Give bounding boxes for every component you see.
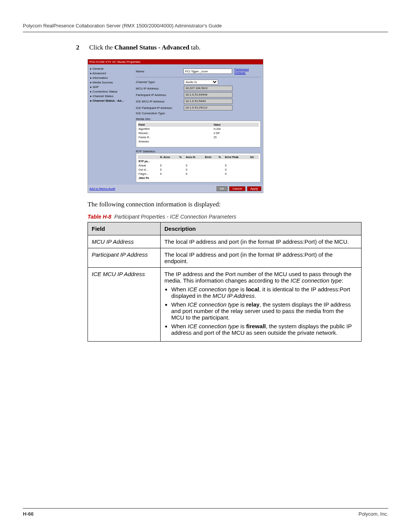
th: Field	[138, 123, 213, 127]
td: 4 SIF	[213, 131, 259, 135]
company: Polycom, Inc.	[358, 511, 388, 517]
t: is	[239, 323, 246, 329]
table-row: MCU IP Address The local IP address and …	[88, 235, 362, 248]
table-caption: Table H-8 Participant Properties - ICE C…	[88, 214, 388, 220]
th: Value	[213, 123, 259, 127]
th-field: Field	[88, 222, 161, 235]
list-item: When ICE connection type is firewall, th…	[171, 323, 357, 336]
memo-link[interactable]: Add to Memo Audit	[89, 187, 115, 190]
nav-label: General	[92, 67, 103, 70]
field-desc: The local IP address and port (in the fo…	[161, 235, 362, 248]
nav-item[interactable]: ▸ Connection Status	[90, 89, 132, 94]
list-item: When ICE connection type is local, it is…	[171, 286, 357, 299]
td: 0	[224, 168, 249, 172]
nav-label: SDP	[92, 85, 99, 89]
th: Error Peak	[224, 155, 249, 159]
td: Actual	[138, 163, 159, 168]
cancel-button[interactable]: Cancel	[229, 186, 245, 191]
apply-button[interactable]: Apply	[247, 186, 261, 191]
th: N. Accu	[159, 155, 178, 159]
td: 0	[185, 168, 204, 172]
td: Frame R...	[138, 135, 213, 139]
step-text: Click the Channel Status - Advanced tab.	[89, 44, 200, 51]
t: relay	[246, 301, 260, 308]
table-row: ICE MCU IP Address The IP address and th…	[88, 267, 362, 341]
nav-item[interactable]: ▸ SDP	[90, 85, 132, 89]
row-value: 10.1.0.51:5444	[184, 99, 233, 104]
media-title: Media Info:	[136, 117, 261, 121]
step-pre: Click the	[89, 44, 114, 51]
t: is	[239, 301, 246, 308]
field-name: MCU IP Address	[88, 235, 161, 248]
nav-item-selected[interactable]: ▸ Channel Status - Ad...	[90, 99, 132, 103]
field-desc: The local IP address and port (in the fo…	[161, 248, 362, 267]
rtp-title: RTP Statistics:	[136, 150, 261, 153]
defaults-link[interactable]: Participant Defaults	[234, 68, 261, 75]
field-desc: The IP address and the Port number of th…	[161, 267, 362, 341]
table-row: Participant IP Address The local IP addr…	[88, 248, 362, 267]
th-desc: Description	[161, 222, 362, 235]
dialog-title: POLYCOM VTX VC Studio Properties	[88, 59, 263, 64]
td: Fragm...	[138, 172, 159, 176]
step-2: 2 Click the Channel Status - Advanced ta…	[76, 44, 350, 51]
paragraph: The following connection information is …	[88, 201, 350, 208]
t: When	[171, 301, 188, 308]
field-name: ICE MCU IP Address	[88, 267, 161, 341]
td: H.264	[213, 127, 259, 131]
nav-item[interactable]: ▸ Information	[90, 76, 132, 80]
desc-em: ICE connection type	[291, 277, 342, 284]
nav-label: Media Sources	[92, 81, 113, 84]
t: local	[246, 286, 259, 292]
td: 25	[213, 135, 259, 139]
th: %	[178, 155, 185, 159]
name-input[interactable]	[183, 69, 232, 74]
header: Polycom RealPresence Collaboration Serve…	[23, 23, 388, 32]
desc-colon: :	[342, 277, 343, 284]
dialog-screenshot: POLYCOM VTX VC Studio Properties ▸ Gener…	[88, 59, 263, 193]
t: firewall	[246, 323, 266, 329]
rtp-box: N. Accu % Accu N. Error % Error Peak Int…	[136, 153, 261, 182]
step-bold: Channel Status - Advanced	[115, 44, 190, 51]
td: Annexes	[138, 139, 213, 144]
row-value: 10.1.0.51:64444	[184, 92, 233, 97]
td: 0	[159, 163, 178, 168]
t: When	[171, 286, 188, 292]
nav-label: Channel Status - Ad...	[92, 99, 124, 102]
th: Error	[204, 155, 218, 159]
td: 0	[185, 172, 204, 176]
td: 0	[224, 172, 249, 176]
td: RTP pa...	[138, 159, 159, 163]
step-post: tab.	[190, 44, 201, 51]
channel-type-label: Channel Type:	[136, 80, 182, 84]
footer: H-66 Polycom, Inc.	[23, 508, 388, 517]
td: Algorithm	[138, 127, 213, 131]
t: ICE connection type	[188, 301, 239, 308]
td	[213, 139, 259, 144]
caption-num: Table H-8	[88, 214, 112, 220]
td: 0	[159, 172, 178, 176]
t: ICE connection type	[188, 286, 239, 292]
ok-button[interactable]: OK	[217, 186, 228, 191]
row-value: 10.227.104.56:0	[184, 86, 233, 91]
nav-item[interactable]: ▸ Advanced	[90, 71, 132, 76]
nav-item[interactable]: ▸ Channel Status	[90, 94, 132, 99]
th: %	[218, 155, 224, 159]
row-value: 10.1.0.51:29112	[184, 105, 233, 110]
nav-item[interactable]: ▸ Media Sources	[90, 80, 132, 85]
td: 0	[159, 168, 178, 172]
row-label: MCU IP Address:	[136, 87, 182, 90]
row-label: ICE Participant IP Address:	[136, 106, 182, 110]
td: 0	[185, 163, 204, 168]
t: MCU IP Address	[212, 292, 255, 299]
channel-type-select[interactable]: Audio In	[184, 80, 218, 85]
caption-title: Participant Properties - ICE Connection …	[114, 214, 236, 220]
nav-label: Advanced	[92, 72, 106, 75]
row-label: ICE MCU IP Address:	[136, 100, 182, 103]
nav-item[interactable]: ▸ General	[90, 67, 132, 71]
name-label: Name:	[136, 70, 181, 73]
step-number: 2	[76, 44, 88, 51]
row-label: ICE Connection Type:	[136, 112, 182, 115]
td: Out of...	[138, 168, 159, 172]
header-rule	[23, 32, 388, 32]
dialog-nav: ▸ General ▸ Advanced ▸ Information ▸ Med…	[90, 67, 132, 182]
